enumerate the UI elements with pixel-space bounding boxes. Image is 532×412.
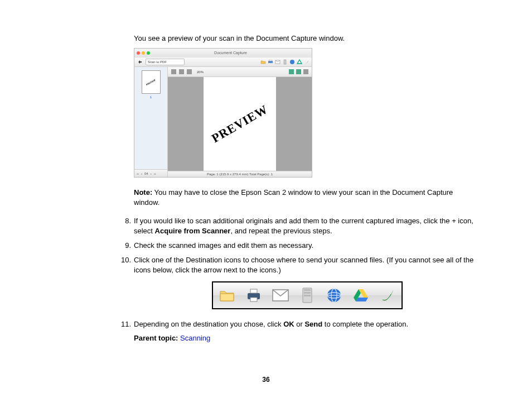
step-8: 8. If you would like to scan additional … [132, 216, 476, 236]
web-icon [289, 59, 295, 65]
thumbnail-number: 1 [138, 95, 164, 99]
page-nav-value: 04 [144, 172, 148, 175]
svg-rect-12 [304, 289, 311, 291]
manual-page: You see a preview of your scan in the Do… [0, 0, 532, 406]
svg-rect-4 [284, 60, 286, 64]
minimize-icon [142, 51, 145, 55]
page-number: 36 [56, 376, 476, 384]
printer-icon [245, 287, 262, 304]
scanned-page: PREVIEW [204, 77, 276, 171]
rotate-right-icon [296, 69, 301, 74]
svg-rect-2 [269, 60, 272, 61]
server-icon [299, 287, 316, 304]
zoom-value: 20% [197, 70, 204, 74]
evernote-icon [304, 59, 309, 65]
note-text: You may have to close the Epson Scan 2 w… [134, 188, 453, 207]
drive-icon [297, 59, 302, 65]
drive-icon [352, 287, 369, 304]
svg-rect-1 [268, 61, 273, 63]
parent-topic-label: Parent topic: [134, 334, 178, 342]
svg-rect-9 [250, 298, 257, 301]
web-icon [326, 287, 342, 304]
steps-list: 8. If you would like to scan additional … [56, 216, 476, 329]
parent-topic: Parent topic: Scanning [134, 334, 476, 342]
printer-icon [268, 59, 273, 65]
intro-text: You see a preview of your scan in the Do… [134, 33, 476, 44]
document-capture-screenshot: Document Capture Scan to PDF PREVIEW [134, 48, 312, 178]
preview-watermark: PREVIEW [209, 102, 270, 146]
window-title: Document Capture [152, 51, 309, 55]
step-10: 10. Click one of the Destination icons t… [132, 255, 476, 309]
folder-icon [260, 59, 266, 65]
zoom-icon [147, 51, 150, 55]
zoom-out-icon [171, 69, 176, 74]
parent-topic-link[interactable]: Scanning [180, 334, 210, 342]
crop-icon [303, 69, 308, 74]
mail-icon [275, 59, 280, 65]
svg-rect-8 [250, 289, 257, 293]
step-11: 11. Depending on the destination you cho… [132, 319, 476, 329]
svg-marker-6 [297, 60, 302, 64]
rotate-left-icon [289, 69, 294, 74]
mail-icon [272, 287, 289, 304]
status-bar: Page: 1 (215.9 x 279.4 mm) Total Page(s)… [168, 171, 312, 177]
folder-icon [219, 287, 235, 304]
server-icon [282, 59, 288, 65]
svg-rect-13 [304, 292, 311, 294]
evernote-icon [379, 287, 396, 304]
destination-icons-bar [212, 281, 403, 309]
page-thumbnail: PREVIEW [142, 70, 161, 94]
svg-marker-0 [138, 60, 142, 64]
svg-rect-14 [304, 295, 311, 296]
note-block: Note: You may have to close the Epson Sc… [134, 188, 476, 208]
note-label: Note: [134, 188, 152, 197]
step-9: 9. Check the scanned images and edit the… [132, 241, 476, 251]
fit-icon [187, 69, 192, 74]
zoom-in-icon [179, 69, 184, 74]
svg-point-5 [290, 60, 294, 64]
close-icon [137, 51, 140, 55]
scan-icon [137, 59, 143, 65]
profile-dropdown: Scan to PDF [146, 59, 185, 65]
